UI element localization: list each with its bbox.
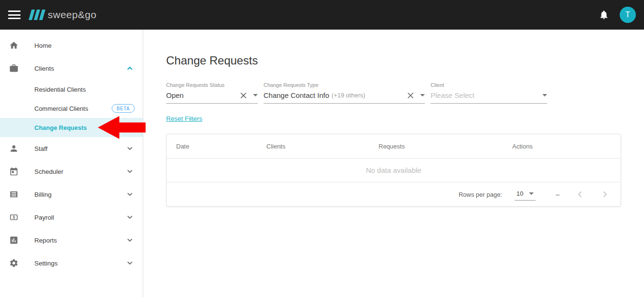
- sidebar-item-change-requests[interactable]: Change Requests: [0, 118, 143, 137]
- sidebar-item-label: Residential Clients: [34, 86, 86, 93]
- dropdown-caret-icon[interactable]: [420, 94, 425, 96]
- receipt-icon: [9, 190, 19, 199]
- filter-placeholder: Please Select: [431, 91, 475, 99]
- sidebar-item-commercial-clients[interactable]: Commercial Clients BETA: [0, 99, 143, 118]
- dropdown-caret-icon: [529, 192, 534, 195]
- sidebar-item-label: Reports: [34, 237, 57, 244]
- sidebar-item-label: Scheduler: [34, 168, 63, 175]
- hamburger-menu-icon[interactable]: [8, 11, 21, 19]
- briefcase-icon: [9, 64, 19, 73]
- sidebar-item-clients[interactable]: Clients: [0, 57, 143, 80]
- sidebar-item-payroll[interactable]: $ Payroll: [0, 206, 143, 229]
- user-avatar[interactable]: T: [620, 7, 636, 23]
- column-header-date: Date: [167, 143, 257, 150]
- reset-filters-link[interactable]: Reset Filters: [166, 115, 202, 122]
- table-header-row: Date Clients Requests Actions: [167, 134, 621, 158]
- sidebar-item-label: Change Requests: [34, 124, 87, 131]
- calendar-icon: [9, 167, 19, 176]
- filter-client[interactable]: Client Please Select: [431, 82, 547, 104]
- sidebar-item-label: Staff: [34, 145, 48, 152]
- beta-badge: BETA: [112, 104, 135, 113]
- sidebar-item-residential-clients[interactable]: Residential Clients: [0, 80, 143, 99]
- bell-icon[interactable]: [599, 10, 609, 20]
- sidebar-nav: Home Clients Residential Clients Commerc…: [0, 30, 143, 297]
- clear-filter-icon[interactable]: [240, 92, 247, 99]
- filters-bar: Change Requests Status Open Change Reque…: [166, 82, 644, 104]
- empty-state-text: No data available: [366, 166, 422, 174]
- rows-per-page-label: Rows per page:: [459, 191, 502, 198]
- sidebar-item-label: Clients: [34, 65, 54, 72]
- chevron-down-icon: [127, 191, 133, 198]
- filter-change-requests-status[interactable]: Change Requests Status Open: [166, 82, 258, 104]
- table-pagination: Rows per page: 10 –: [167, 182, 621, 206]
- filter-change-requests-type[interactable]: Change Requests Type Change Contact Info…: [264, 82, 425, 104]
- chevron-down-icon: [127, 237, 133, 244]
- chevron-up-icon: [127, 65, 133, 72]
- filter-label: Change Requests Status: [166, 82, 258, 88]
- sidebar-item-label: Commercial Clients: [34, 105, 88, 112]
- top-app-bar: sweep&go T: [0, 0, 644, 30]
- sidebar-item-scheduler[interactable]: Scheduler: [0, 160, 143, 183]
- rows-per-page-value: 10: [517, 190, 523, 197]
- column-header-requests: Requests: [369, 143, 503, 150]
- page-title: Change Requests: [166, 54, 644, 67]
- column-header-clients: Clients: [257, 143, 369, 150]
- dollar-icon: $: [9, 212, 19, 222]
- logo-bars-icon: [30, 10, 44, 20]
- chevron-down-icon: [127, 145, 133, 152]
- sidebar-item-home[interactable]: Home: [0, 34, 143, 57]
- change-requests-table: Date Clients Requests Actions No data av…: [166, 134, 621, 207]
- filter-value: Change Contact Info: [264, 91, 329, 99]
- svg-text:$: $: [13, 215, 15, 220]
- previous-page-icon[interactable]: [576, 190, 584, 199]
- next-page-icon[interactable]: [601, 190, 609, 199]
- sidebar-item-label: Billing: [34, 191, 52, 198]
- filter-label: Change Requests Type: [264, 82, 425, 88]
- table-empty-row: No data available: [167, 158, 621, 182]
- filter-label: Client: [431, 82, 547, 88]
- sidebar-item-label: Payroll: [34, 214, 54, 221]
- sidebar-item-label: Settings: [34, 260, 58, 267]
- bar-chart-icon: [9, 235, 19, 245]
- sidebar-item-settings[interactable]: Settings: [0, 252, 143, 275]
- gear-icon: [9, 258, 19, 268]
- rows-per-page-select[interactable]: 10: [515, 189, 536, 201]
- chevron-down-icon: [127, 214, 133, 221]
- person-icon: [9, 144, 19, 153]
- sidebar-item-billing[interactable]: Billing: [0, 183, 143, 206]
- sidebar-item-label: Home: [34, 42, 52, 49]
- filter-value: Open: [166, 91, 184, 99]
- dropdown-caret-icon[interactable]: [253, 94, 258, 96]
- dropdown-caret-icon[interactable]: [542, 94, 547, 96]
- chevron-down-icon: [127, 168, 133, 175]
- clear-filter-icon[interactable]: [407, 92, 414, 99]
- column-header-actions: Actions: [503, 143, 621, 150]
- sidebar-item-reports[interactable]: Reports: [0, 229, 143, 252]
- filter-extra-count: (+19 others): [332, 92, 365, 99]
- pagination-range-text: –: [556, 191, 560, 198]
- brand-logo: sweep&go: [30, 9, 96, 21]
- home-icon: [9, 41, 19, 50]
- main-content: Change Requests Change Requests Status O…: [143, 30, 644, 297]
- sidebar-item-staff[interactable]: Staff: [0, 137, 143, 160]
- chevron-down-icon: [127, 260, 133, 266]
- brand-name: sweep&go: [48, 9, 96, 21]
